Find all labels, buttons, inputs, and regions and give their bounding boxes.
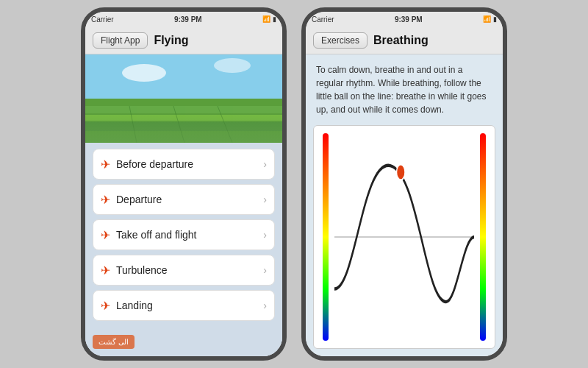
menu-item-landing[interactable]: ✈ Landing ›: [93, 290, 275, 321]
nav-title-right: Breathing: [373, 34, 429, 47]
svg-rect-2: [85, 106, 282, 113]
menu-label-5: Landing: [116, 300, 257, 311]
svg-rect-4: [85, 122, 282, 131]
time-left: 9:39 PM: [174, 15, 202, 24]
description-text: To calm down, breathe in and out in a re…: [306, 54, 503, 125]
nav-title-left: Flying: [154, 34, 188, 47]
breathing-chart: [313, 125, 495, 349]
watermark-left: الی گشت: [93, 335, 135, 349]
menu-label-2: Departure: [116, 194, 257, 205]
carrier-right: Carrier: [312, 15, 334, 24]
menu-label-4: Turbulence: [116, 264, 257, 276]
battery-icon-left: ▮: [273, 15, 276, 23]
battery-icon-right: ▮: [493, 15, 497, 23]
chevron-4: ›: [263, 264, 267, 276]
plane-icon-1: ✈: [101, 158, 110, 171]
chevron-1: ›: [263, 158, 267, 170]
svg-point-12: [397, 164, 405, 180]
right-phone: Carrier 9:39 PM 📶 ▮ Exercises Breathing …: [301, 7, 507, 361]
plane-icon-4: ✈: [101, 263, 110, 277]
menu-label-1: Before departure: [116, 158, 257, 170]
right-content: To calm down, breathe in and out in a re…: [306, 54, 503, 356]
phone-content-left: ✈ Before departure › ✈ Departure › ✈ Tak…: [85, 54, 282, 356]
battery-right: 📶 ▮: [483, 15, 497, 23]
menu-item-takeoff[interactable]: ✈ Take off and flight ›: [93, 219, 275, 250]
nav-bar-left: Flight App Flying: [85, 26, 282, 54]
menu-item-before-departure[interactable]: ✈ Before departure ›: [93, 149, 275, 180]
menu-list: ✈ Before departure › ✈ Departure › ✈ Tak…: [85, 143, 282, 356]
plane-icon-3: ✈: [101, 228, 110, 242]
svg-rect-3: [85, 115, 282, 121]
color-bar-left: [323, 133, 329, 341]
menu-label-3: Take off and flight: [116, 229, 257, 241]
menu-item-turbulence[interactable]: ✈ Turbulence ›: [93, 255, 275, 286]
svg-rect-0: [85, 54, 282, 99]
status-bar-right: Carrier 9:39 PM 📶 ▮: [306, 12, 503, 26]
plane-icon-5: ✈: [101, 299, 110, 313]
plane-icon-2: ✈: [101, 193, 110, 207]
chart-svg-area: [334, 133, 474, 341]
back-button-left[interactable]: Flight App: [93, 32, 148, 49]
svg-point-9: [122, 64, 166, 82]
chevron-2: ›: [263, 194, 267, 205]
status-bar-left: Carrier 9:39 PM 📶 ▮: [85, 12, 282, 26]
svg-rect-5: [85, 132, 282, 143]
chevron-3: ›: [263, 229, 267, 241]
back-label-left: Flight App: [101, 35, 140, 46]
wifi-icon-right: 📶: [483, 15, 491, 23]
chevron-5: ›: [263, 300, 267, 311]
left-phone: Carrier 9:39 PM 📶 ▮ Flight App Flying: [81, 7, 287, 361]
nav-bar-right: Exercises Breathing: [306, 26, 503, 54]
svg-rect-1: [85, 99, 282, 143]
svg-point-10: [214, 58, 251, 73]
exercises-button[interactable]: Exercises: [313, 32, 368, 49]
battery-left: 📶 ▮: [262, 15, 276, 23]
menu-item-departure[interactable]: ✈ Departure ›: [93, 184, 275, 215]
carrier-left: Carrier: [91, 15, 114, 24]
exercises-label: Exercises: [321, 35, 359, 46]
time-right: 9:39 PM: [395, 15, 423, 24]
color-bar-right: [480, 133, 486, 341]
wifi-icon-left: 📶: [262, 15, 270, 23]
hero-image: [85, 54, 282, 143]
